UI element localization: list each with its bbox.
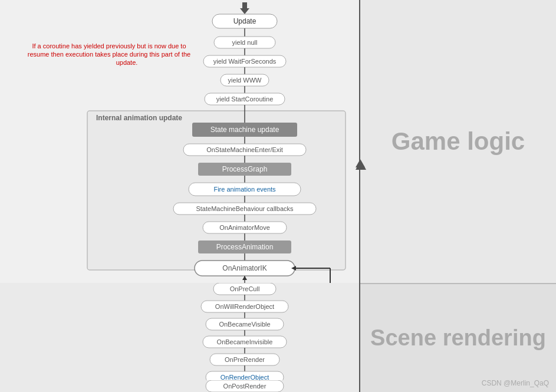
- svg-text:yield StartCoroutine: yield StartCoroutine: [216, 93, 274, 100]
- watermark: CSDN @Merlin_QaQ: [482, 379, 549, 387]
- svg-text:OnStateMachineEnter/Exit: OnStateMachineEnter/Exit: [206, 144, 283, 151]
- svg-text:OnPreRender: OnPreRender: [224, 363, 264, 370]
- game-logic-text: Game logic: [391, 127, 525, 156]
- svg-marker-51: [240, 0, 249, 13]
- svg-text:OnWillRenderObject: OnWillRenderObject: [215, 310, 274, 317]
- right-vertical-line: [359, 0, 360, 392]
- scene-rendering-left: OnPreCull OnWillRenderObject OnBecameVis…: [0, 283, 360, 392]
- right-vertical-arrow: [356, 160, 366, 170]
- svg-text:yield WaitForSeconds: yield WaitForSeconds: [213, 55, 277, 62]
- svg-text:yield null: yield null: [232, 37, 258, 44]
- scene-rendering-text: Scene rendering: [370, 325, 546, 351]
- svg-text:yield WWW: yield WWW: [228, 74, 262, 81]
- svg-text:OnBecameInvisible: OnBecameInvisible: [216, 345, 272, 353]
- svg-text:Internal animation update: Internal animation update: [96, 110, 182, 118]
- svg-text:State machine update: State machine update: [210, 124, 279, 132]
- svg-text:StateMachineBehaviour callback: StateMachineBehaviour callbacks: [196, 203, 294, 210]
- svg-text:OnPreCull: OnPreCull: [229, 292, 259, 299]
- svg-text:OnRenderObject: OnRenderObject: [220, 381, 269, 388]
- svg-text:Fire animation events: Fire animation events: [213, 184, 276, 191]
- svg-text:OnAnimatorIK: OnAnimatorIK: [222, 262, 267, 271]
- svg-text:OnBecameVisible: OnBecameVisible: [218, 328, 269, 335]
- scene-svg: OnPreCull OnWillRenderObject OnBecameVis…: [0, 283, 360, 392]
- svg-text:ProcessAnimation: ProcessAnimation: [216, 241, 274, 249]
- svg-text:Update: Update: [233, 16, 256, 24]
- svg-text:ProcessGraph: ProcessGraph: [222, 163, 268, 172]
- scene-rendering-right: Scene rendering: [360, 284, 556, 392]
- svg-text:OnAnimatorMove: OnAnimatorMove: [219, 222, 270, 229]
- game-logic-right: Game logic: [360, 0, 556, 283]
